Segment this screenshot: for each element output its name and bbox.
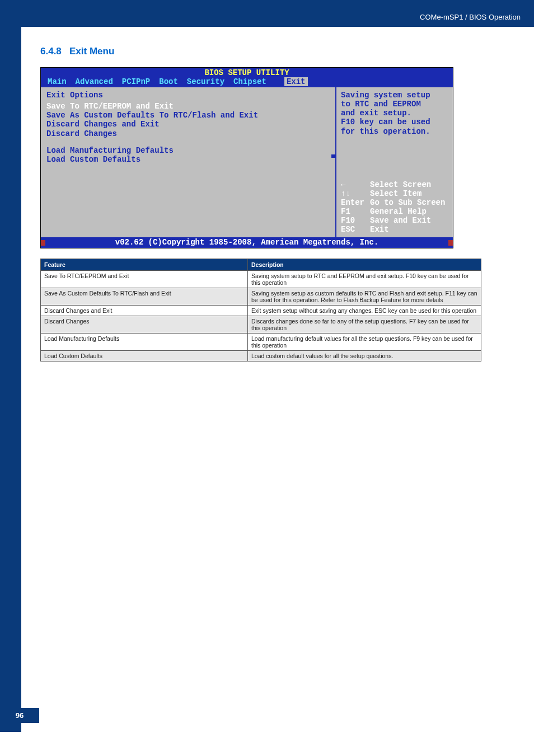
bios-item-save-exit[interactable]: Save To RTC/EEPROM and Exit <box>46 102 330 111</box>
table-header-description: Description <box>248 259 481 271</box>
bios-tabs: Main Advanced PCIPnP Boot Security Chips… <box>41 77 453 87</box>
help-line: and exit setup. <box>341 109 448 118</box>
cell-description: Load custom default values for all the s… <box>248 351 481 361</box>
table-row: Save To RTC/EEPROM and Exit Saving syste… <box>41 271 481 288</box>
bios-tab-advanced[interactable]: Advanced <box>74 77 121 86</box>
footer-tick <box>41 240 45 246</box>
help-line: F10 key can be used <box>341 118 448 126</box>
bios-left-pane: Exit Options Save To RTC/EEPROM and Exit… <box>41 87 335 237</box>
key: F1 <box>341 207 370 216</box>
key: ↑↓ <box>341 189 370 198</box>
key: F10 <box>341 216 370 225</box>
key-action: General Help <box>370 207 427 216</box>
cell-feature: Load Manufacturing Defaults <box>41 334 248 351</box>
table-row: Load Manufacturing Defaults Load manufac… <box>41 334 481 351</box>
key-action: Select Item <box>370 189 421 198</box>
bios-tab-pcipnp[interactable]: PCIPnP <box>121 77 158 86</box>
bios-item-load-custom[interactable]: Load Custom Defaults <box>46 155 330 164</box>
key-action: Select Screen <box>370 180 431 189</box>
cell-feature: Save To RTC/EEPROM and Exit <box>41 271 248 288</box>
cell-description: Exit system setup without saving any cha… <box>248 306 481 316</box>
bios-item-save-custom[interactable]: Save As Custom Defaults To RTC/Flash and… <box>46 111 330 120</box>
bios-help-text: Saving system setup to RTC and EEPROM an… <box>341 91 448 135</box>
page-header: COMe-mSP1 / BIOS Operation <box>0 0 534 27</box>
key: ESC <box>341 225 370 234</box>
cell-feature: Discard Changes <box>41 316 248 334</box>
section-name: Exit Menu <box>69 46 114 57</box>
cell-feature: Discard Changes and Exit <box>41 306 248 316</box>
bios-item-discard[interactable]: Discard Changes <box>46 129 330 138</box>
help-line: to RTC and EEPROM <box>341 100 448 109</box>
help-line: for this operation. <box>341 127 448 136</box>
key: ← <box>341 180 370 189</box>
bios-key-legend: ←Select Screen ↑↓Select Item EnterGo to … <box>341 180 448 234</box>
bios-tab-main[interactable]: Main <box>46 77 74 86</box>
bios-tab-boot[interactable]: Boot <box>158 77 186 86</box>
bios-tab-exit[interactable]: Exit <box>284 77 308 86</box>
key-action: Go to Sub Screen <box>370 198 445 207</box>
cell-feature: Save As Custom Defaults To RTC/Flash and… <box>41 288 248 306</box>
table-row: Discard Changes and Exit Exit system set… <box>41 306 481 316</box>
cell-description: Load manufacturing default values for al… <box>248 334 481 351</box>
bios-item-discard-exit[interactable]: Discard Changes and Exit <box>46 120 330 129</box>
key: Enter <box>341 198 370 207</box>
table-header-feature: Feature <box>41 259 248 271</box>
bios-footer: v02.62 (C)Copyright 1985-2008, American … <box>45 237 448 248</box>
bios-tab-chipset[interactable]: Chipset <box>232 77 274 86</box>
cell-description: Discards changes done so far to any of t… <box>248 316 481 334</box>
bios-screenshot: BIOS SETUP UTILITY Main Advanced PCIPnP … <box>40 67 453 248</box>
cell-description: Saving system setup to RTC and EEPROM an… <box>248 271 481 288</box>
bios-tab-security[interactable]: Security <box>186 77 232 86</box>
table-row: Save As Custom Defaults To RTC/Flash and… <box>41 288 481 306</box>
scroll-indicator <box>331 154 336 158</box>
bios-title: BIOS SETUP UTILITY <box>41 68 453 77</box>
bios-options-heading: Exit Options <box>46 91 330 100</box>
cell-feature: Load Custom Defaults <box>41 351 248 361</box>
section-title: 6.4.8 Exit Menu <box>40 46 512 57</box>
table-row: Discard Changes Discards changes done so… <box>41 316 481 334</box>
breadcrumb: COMe-mSP1 / BIOS Operation <box>420 13 521 21</box>
section-number: 6.4.8 <box>40 46 62 57</box>
bios-item-load-mfg[interactable]: Load Manufacturing Defaults <box>46 146 330 155</box>
page-number: 96 <box>0 708 39 723</box>
table-row: Load Custom Defaults Load custom default… <box>41 351 481 361</box>
key-action: Exit <box>370 225 389 234</box>
bios-right-pane: Saving system setup to RTC and EEPROM an… <box>335 87 453 237</box>
feature-table: Feature Description Save To RTC/EEPROM a… <box>40 259 481 361</box>
help-line: Saving system setup <box>341 91 448 100</box>
key-action: Save and Exit <box>370 216 431 225</box>
footer-tick <box>448 240 453 246</box>
cell-description: Saving system setup as custom defaults t… <box>248 288 481 306</box>
